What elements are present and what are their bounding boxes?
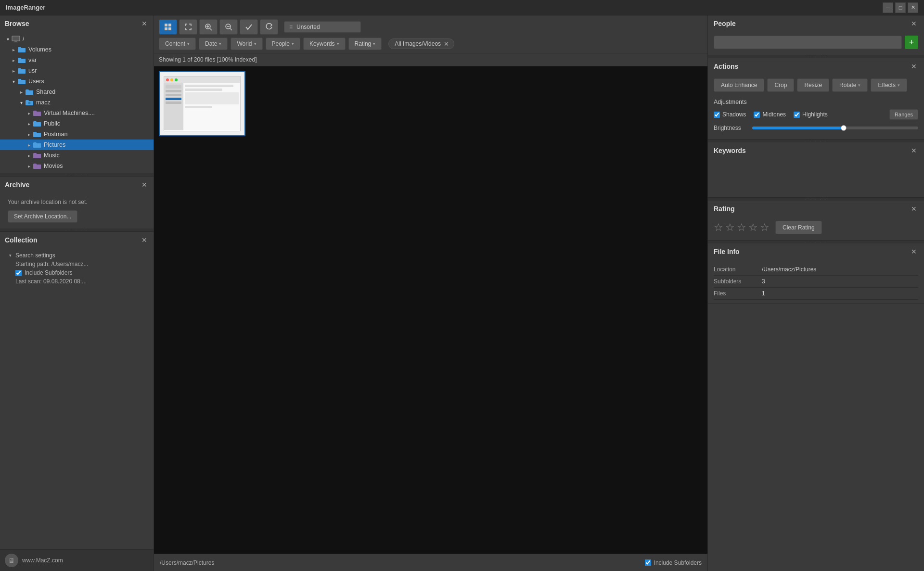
- zoom-out-button[interactable]: [219, 19, 238, 35]
- include-subfolders-checkbox[interactable]: [15, 270, 22, 276]
- tree-label-public: Public: [44, 120, 60, 127]
- effects-button[interactable]: Effects ▾: [871, 78, 907, 92]
- star-2[interactable]: ☆: [725, 221, 735, 234]
- tree-item-pictures[interactable]: ▸ Pictures: [0, 140, 154, 150]
- collection-panel: Collection ✕ ▾ Search settings Starting …: [0, 231, 154, 549]
- clear-rating-button[interactable]: Clear Rating: [775, 221, 822, 234]
- tree-label-vms: Virtual Machines....: [44, 110, 95, 116]
- zoom-fit-button[interactable]: [179, 19, 197, 35]
- active-filter-tag: All Images/Videos ✕: [388, 38, 454, 49]
- tree-item-public[interactable]: ▸ Public: [0, 118, 154, 129]
- tree-item-usr[interactable]: ▸ usr: [0, 65, 154, 76]
- people-filter-button[interactable]: People ▾: [266, 38, 300, 50]
- macweb-text: www.MacZ.com: [22, 557, 63, 564]
- tree-label-users: Users: [28, 78, 44, 85]
- close-button[interactable]: ✕: [908, 2, 918, 13]
- keywords-filter-button[interactable]: Keywords ▾: [303, 38, 346, 50]
- archive-close-button[interactable]: ✕: [140, 180, 149, 189]
- browse-close-button[interactable]: ✕: [140, 19, 149, 28]
- content-filter-button[interactable]: Content ▾: [159, 38, 196, 50]
- people-panel: People ✕ +: [708, 15, 924, 55]
- rating-close-button[interactable]: ✕: [910, 204, 918, 213]
- file-info-panel: File Info ✕ Location /Users/macz/Picture…: [708, 243, 924, 304]
- status-path: /Users/macz/Pictures: [160, 559, 214, 566]
- midtones-checkbox[interactable]: [754, 112, 760, 118]
- star-3[interactable]: ☆: [737, 221, 746, 234]
- file-info-key-subfolders: Subfolders: [714, 278, 762, 285]
- shadows-label: Shadows: [722, 111, 746, 118]
- search-settings-arrow: ▾: [7, 252, 13, 259]
- shadows-checkbox[interactable]: [714, 112, 720, 118]
- image-grid: [154, 66, 707, 554]
- tree-label-shared: Shared: [36, 89, 55, 95]
- tree-label-music: Music: [44, 152, 60, 159]
- image-thumb-1[interactable]: [159, 71, 245, 136]
- svg-rect-7: [168, 27, 171, 30]
- collection-close-button[interactable]: ✕: [140, 236, 149, 244]
- tree-item-macz[interactable]: ▾ macz: [0, 97, 154, 108]
- collection-content: ▾ Search settings Starting path: /Users/…: [0, 248, 154, 549]
- rating-panel-header: Rating ✕: [708, 201, 924, 217]
- world-filter-button[interactable]: World ▾: [231, 38, 262, 50]
- status-include-subfolders-checkbox[interactable]: [645, 559, 651, 566]
- archive-panel-header: Archive ✕: [0, 177, 154, 193]
- tree-label-postman: Postman: [44, 131, 67, 138]
- actions-panel-title: Actions: [714, 63, 738, 70]
- tree-item-volumes[interactable]: ▸ Volumes: [0, 44, 154, 55]
- star-1[interactable]: ☆: [714, 221, 723, 234]
- actions-panel-header: Actions ✕: [708, 58, 924, 75]
- file-info-row-location: Location /Users/macz/Pictures: [714, 264, 918, 276]
- sort-dropdown[interactable]: ≡ Unsorted: [284, 21, 361, 33]
- highlights-checkbox[interactable]: [794, 112, 800, 118]
- file-info-val-subfolders: 3: [762, 278, 765, 285]
- file-info-panel-header: File Info ✕: [708, 243, 924, 260]
- tree-item-var[interactable]: ▸ var: [0, 55, 154, 65]
- rating-filter-button[interactable]: Rating ▾: [348, 38, 382, 50]
- crop-button[interactable]: Crop: [767, 78, 794, 92]
- browse-panel-header: Browse ✕: [0, 15, 154, 32]
- people-input-field[interactable]: [714, 36, 902, 49]
- svg-rect-1: [14, 41, 17, 42]
- minimize-button[interactable]: ─: [883, 2, 893, 13]
- tree-item-movies[interactable]: ▸ Movies: [0, 161, 154, 171]
- folder-icon-macz-home: [25, 99, 34, 106]
- maximize-button[interactable]: □: [895, 2, 906, 13]
- rotate-button[interactable]: Rotate ▾: [832, 78, 868, 92]
- svg-rect-5: [168, 24, 171, 26]
- effects-label: Effects: [878, 82, 895, 89]
- refresh-button[interactable]: [260, 19, 278, 35]
- tree-item-shared[interactable]: ▸ Shared: [0, 87, 154, 97]
- active-filter-close-button[interactable]: ✕: [444, 41, 449, 47]
- keywords-panel-title: Keywords: [714, 147, 746, 154]
- resize-button[interactable]: Resize: [797, 78, 829, 92]
- date-filter-button[interactable]: Date ▾: [199, 38, 228, 50]
- auto-enhance-button[interactable]: Auto Enhance: [714, 78, 764, 92]
- ss-close-dot: [166, 78, 169, 81]
- grid-view-button[interactable]: [159, 19, 177, 35]
- confirm-button[interactable]: [240, 19, 258, 35]
- file-info-panel-title: File Info: [714, 248, 740, 255]
- rating-panel-title: Rating: [714, 205, 735, 213]
- keywords-close-button[interactable]: ✕: [910, 146, 918, 155]
- tree-item-users[interactable]: ▾ Users: [0, 76, 154, 87]
- people-close-button[interactable]: ✕: [910, 19, 918, 28]
- tree-arrow-public: ▸: [25, 120, 33, 127]
- search-settings-item[interactable]: ▾ Search settings: [5, 251, 149, 260]
- keywords-panel-content: [708, 159, 924, 197]
- file-info-close-button[interactable]: ✕: [910, 247, 918, 256]
- tree-item-music[interactable]: ▸ Music: [0, 150, 154, 161]
- star-4[interactable]: ☆: [748, 221, 758, 234]
- brightness-track[interactable]: [752, 127, 918, 129]
- brightness-thumb[interactable]: [841, 125, 847, 131]
- set-archive-location-button[interactable]: Set Archive Location...: [8, 210, 77, 223]
- tree-item-root[interactable]: ▾ /: [0, 34, 154, 44]
- fake-screenshot-1: [164, 76, 241, 131]
- ranges-button[interactable]: Ranges: [889, 109, 918, 120]
- tree-item-virtual-machines[interactable]: ▸ Virtual Machines....: [0, 108, 154, 118]
- actions-close-button[interactable]: ✕: [910, 62, 918, 71]
- zoom-in-button[interactable]: [199, 19, 218, 35]
- archive-panel: Archive ✕ Your archive location is not s…: [0, 176, 154, 228]
- people-add-button[interactable]: +: [905, 36, 918, 49]
- tree-item-postman[interactable]: ▸ Postman: [0, 129, 154, 140]
- star-5[interactable]: ☆: [760, 221, 770, 234]
